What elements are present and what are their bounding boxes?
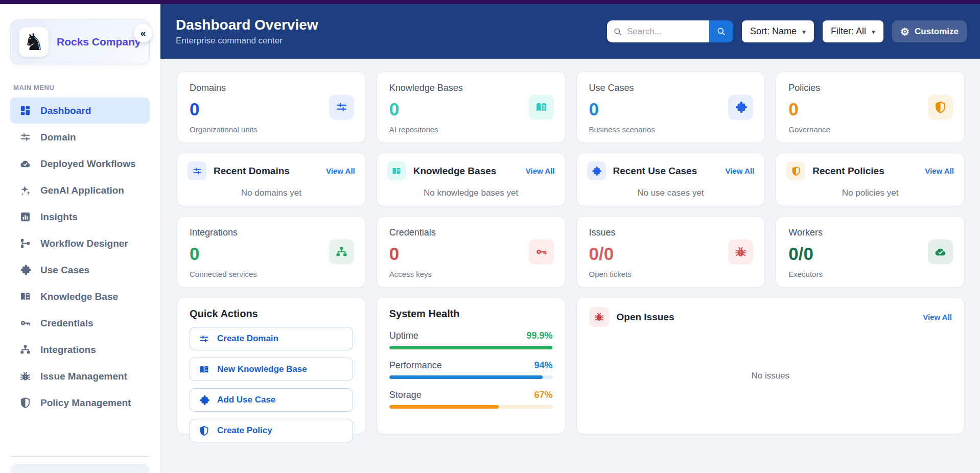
search-box: [607, 20, 709, 42]
sidebar-footer: [10, 456, 150, 473]
collapse-chevrons-icon: «: [141, 28, 146, 39]
puzzle-icon: [19, 264, 31, 276]
shield-icon: [19, 397, 31, 409]
bar-chart-icon: [19, 211, 31, 223]
sidebar-item-insights[interactable]: Insights: [10, 204, 150, 230]
page-subtitle: Enterprise command center: [176, 36, 318, 46]
uptime-progress-bar: [389, 346, 553, 349]
bug-icon: [728, 240, 753, 265]
search-button[interactable]: [709, 20, 733, 42]
sidebar-item-policy-management[interactable]: Policy Management: [10, 390, 150, 416]
stat-card-workers: Workers 0/0 Executors: [776, 216, 965, 288]
puzzle-icon: [587, 161, 606, 180]
sliders-icon: [19, 131, 31, 143]
sliders-icon: [188, 161, 206, 180]
cloud-check-icon: [928, 240, 953, 265]
stat-card-domains: Domains 0 Organizational units: [177, 72, 366, 143]
key-icon: [19, 317, 31, 329]
open-book-icon: [19, 291, 31, 302]
view-all-link[interactable]: View All: [923, 313, 952, 321]
stat-card-issues: Issues 0/0 Open tickets: [576, 216, 765, 288]
page-title: Dashboard Overview: [176, 17, 318, 33]
add-use-case-button[interactable]: Add Use Case: [190, 388, 353, 412]
sidebar-item-domain[interactable]: Domain: [10, 124, 150, 150]
sort-dropdown[interactable]: Sort: Name ▾: [742, 20, 814, 42]
new-knowledge-base-button[interactable]: New Knowledge Base: [190, 358, 353, 381]
system-health-card: System Health Uptime 99.9% Performance 9…: [377, 297, 566, 434]
empty-state-text: No knowledge bases yet: [387, 188, 555, 198]
recent-knowledge-bases-card: Knowledge Bases View All No knowledge ba…: [377, 153, 566, 206]
sparkles-icon: [19, 184, 31, 196]
shield-icon: [786, 161, 805, 180]
recent-use-cases-card: Recent Use Cases View All No use cases y…: [576, 153, 765, 206]
sidebar-item-integrations[interactable]: Integrations: [10, 337, 150, 363]
shield-icon: [928, 95, 953, 120]
quick-actions-card: Quick Actions Create Domain New Knowledg…: [177, 297, 366, 434]
uptime-value: 99.9%: [526, 330, 552, 341]
empty-state-text: No policies yet: [786, 188, 954, 198]
recent-policies-card: Recent Policies View All No policies yet: [776, 153, 965, 206]
sidebar-item-issue-management[interactable]: Issue Management: [10, 363, 150, 389]
open-issues-card: Open Issues View All No issues: [576, 297, 965, 434]
page-header: Dashboard Overview Enterprise command ce…: [160, 4, 980, 59]
sliders-icon: [199, 334, 209, 344]
puzzle-icon: [199, 395, 209, 406]
sidebar-item-genai-application[interactable]: GenAI Application: [10, 177, 150, 203]
customize-button[interactable]: ⚙ Customize: [892, 20, 967, 42]
top-accent-strip: [0, 0, 980, 4]
sidebar-collapse-button[interactable]: «: [134, 24, 152, 42]
main-menu: Dashboard Domain Deployed Workflows GenA…: [10, 98, 150, 416]
open-book-icon: [387, 161, 406, 180]
performance-progress-bar: [389, 375, 553, 379]
cloud-check-icon: [19, 158, 31, 170]
sidebar-item-dashboard[interactable]: Dashboard: [10, 98, 150, 124]
dashboard-grid-icon: [19, 105, 31, 116]
view-all-link[interactable]: View All: [326, 167, 355, 175]
key-icon: [529, 240, 554, 265]
search-icon: [613, 27, 622, 36]
open-book-icon: [529, 95, 554, 120]
main-menu-label: MAIN MENU: [13, 84, 150, 91]
bug-icon: [589, 307, 609, 327]
bug-icon: [19, 370, 31, 382]
view-all-link[interactable]: View All: [526, 167, 555, 175]
shield-icon: [199, 425, 209, 436]
empty-state-text: No use cases yet: [587, 188, 755, 198]
create-policy-button[interactable]: Create Policy: [190, 419, 353, 442]
empty-state-text: No domains yet: [188, 188, 355, 198]
sidebar-item-deployed-workflows[interactable]: Deployed Workflows: [10, 151, 150, 177]
search-input[interactable]: [627, 27, 703, 37]
sidebar-item-use-cases[interactable]: Use Cases: [10, 257, 150, 283]
stat-card-policies: Policies 0 Governance: [776, 72, 965, 143]
company-logo-horse-icon: ♞: [19, 27, 49, 57]
search-icon: [716, 27, 726, 36]
sidebar-item-workflow-designer[interactable]: Workflow Designer: [10, 230, 150, 256]
stat-card-knowledge-bases: Knowledge Bases 0 AI repositories: [377, 72, 566, 143]
chevron-down-icon: ▾: [872, 28, 875, 36]
sliders-icon: [329, 95, 354, 120]
gear-icon: ⚙: [900, 27, 909, 37]
puzzle-icon: [728, 95, 753, 120]
sidebar-item-credentials[interactable]: Credentials: [10, 310, 150, 336]
view-all-link[interactable]: View All: [925, 167, 954, 175]
view-all-link[interactable]: View All: [726, 167, 755, 175]
filter-dropdown[interactable]: Filter: All ▾: [823, 20, 883, 42]
stat-card-credentials: Credentials 0 Access keys: [377, 216, 566, 288]
dashboard-content: Domains 0 Organizational units Knowledge…: [160, 59, 980, 473]
stat-card-integrations: Integrations 0 Connected services: [177, 216, 366, 288]
sitemap-icon: [19, 344, 31, 356]
stat-card-use-cases: Use Cases 0 Business scenarios: [576, 72, 765, 143]
recent-domains-card: Recent Domains View All No domains yet: [177, 153, 366, 206]
sidebar-footer-item[interactable]: [10, 464, 150, 473]
company-name: Rocks Company: [57, 36, 141, 48]
storage-value: 67%: [534, 390, 552, 400]
app-root: ♞ Rocks Company « MAIN MENU Dashboard Do…: [0, 0, 980, 473]
sidebar: ♞ Rocks Company « MAIN MENU Dashboard Do…: [0, 4, 160, 473]
chevron-down-icon: ▾: [802, 28, 806, 36]
storage-progress-bar: [389, 405, 553, 409]
create-domain-button[interactable]: Create Domain: [190, 327, 353, 350]
sidebar-item-knowledge-base[interactable]: Knowledge Base: [10, 283, 150, 310]
sitemap-icon: [329, 240, 354, 265]
performance-value: 94%: [534, 360, 552, 371]
workflow-nodes-icon: [19, 238, 31, 249]
